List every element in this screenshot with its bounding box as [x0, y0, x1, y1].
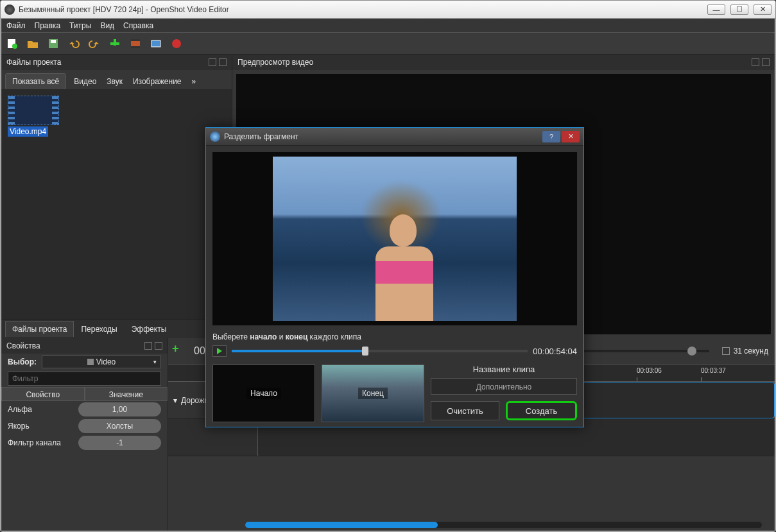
svg-rect-7 [131, 39, 140, 41]
menu-file[interactable]: Файл [6, 21, 26, 30]
svg-point-1 [12, 44, 17, 49]
dialog-seek-slider[interactable] [232, 350, 528, 352]
lower-left-tabs: Файлы проекта Переходы Эффекты [1, 319, 232, 338]
dialog-timecode: 00:00:54:04 [533, 347, 577, 356]
svg-rect-9 [151, 40, 160, 47]
filter-audio-tab[interactable]: Звук [101, 74, 128, 89]
preview-header: Предпросмотр видео [232, 55, 775, 70]
tab-transitions[interactable]: Переходы [74, 321, 124, 338]
start-frame-box[interactable]: Начало [212, 365, 315, 422]
property-row: Альфа1,00 [1, 401, 168, 418]
undock-icon[interactable] [209, 58, 216, 66]
close-panel-icon[interactable] [155, 342, 162, 350]
menu-edit[interactable]: Правка [35, 21, 61, 30]
svg-rect-3 [51, 40, 56, 43]
dialog-title: Разделить фрагмент [224, 132, 542, 141]
properties-header: Свойства [1, 338, 168, 354]
file-filter-tabs: Показать всё Видео Звук Изображение » [1, 70, 232, 89]
filter-image-tab[interactable]: Изображение [128, 74, 187, 89]
snap-checkbox[interactable] [722, 347, 730, 355]
clear-button[interactable]: Очистить [431, 401, 499, 420]
zoom-label: 31 секунд [734, 347, 768, 356]
horizontal-scrollbar[interactable] [245, 522, 762, 528]
profile-icon[interactable] [130, 38, 141, 49]
ruler-tick: 00:03:37 [701, 367, 726, 374]
dialog-titlebar[interactable]: Разделить фрагмент ? ✕ [206, 128, 583, 146]
menu-help[interactable]: Справка [123, 21, 153, 30]
split-clip-dialog: Разделить фрагмент ? ✕ Выберете начало и… [205, 127, 584, 427]
export-icon[interactable] [171, 38, 182, 49]
save-project-icon[interactable] [47, 38, 59, 49]
tab-project-files[interactable]: Файлы проекта [5, 321, 74, 337]
preview-title: Предпросмотр видео [237, 58, 313, 67]
property-row: ЯкорьХолсты [1, 418, 168, 434]
minimize-button[interactable]: — [707, 4, 725, 15]
filter-more[interactable]: » [187, 74, 202, 89]
filter-all-tab[interactable]: Показать всё [5, 73, 66, 90]
selection-label: Выбор: [8, 357, 37, 366]
undo-icon[interactable] [68, 38, 80, 49]
col-value: Значение [85, 387, 168, 401]
close-panel-icon[interactable] [219, 58, 227, 66]
fullscreen-icon[interactable] [150, 38, 162, 49]
file-list[interactable]: Video.mp4 [1, 89, 232, 319]
properties-table: Свойство Значение Альфа1,00 ЯкорьХолсты … [1, 387, 168, 531]
add-track-icon[interactable]: + [172, 342, 179, 356]
project-files-title: Файлы проекта [6, 58, 61, 67]
selection-dropdown[interactable]: Video [42, 356, 161, 368]
svg-rect-8 [131, 46, 140, 48]
col-property: Свойство [1, 387, 85, 401]
create-button[interactable]: Создать [506, 401, 577, 420]
properties-title: Свойства [6, 341, 40, 350]
menu-titles[interactable]: Титры [69, 21, 91, 30]
dialog-play-button[interactable] [212, 345, 227, 357]
dialog-instruction: Выберете начало и конец каждого клипа [212, 332, 577, 341]
titlebar: Безымянный проект [HDV 720 24p] - OpenSh… [1, 1, 775, 19]
filter-video-tab[interactable]: Видео [69, 74, 101, 89]
project-files-header: Файлы проекта [1, 55, 232, 70]
app-icon [4, 4, 15, 15]
maximize-button[interactable]: ☐ [730, 4, 748, 15]
clip-name-input[interactable]: Дополнительно [431, 378, 577, 395]
menu-view[interactable]: Вид [100, 21, 114, 30]
dialog-help-button[interactable]: ? [542, 131, 560, 142]
undock-icon[interactable] [144, 342, 152, 350]
window-title: Безымянный проект [HDV 720 24p] - OpenSh… [19, 5, 707, 14]
menubar: Файл Правка Титры Вид Справка [1, 19, 775, 33]
open-project-icon[interactable] [27, 38, 39, 49]
svg-point-10 [172, 39, 181, 48]
property-row: Фильтр канала-1 [1, 434, 168, 451]
property-filter-input[interactable] [8, 372, 161, 386]
preview-frame [273, 157, 517, 321]
redo-icon[interactable] [89, 38, 100, 49]
clip-name-label: Название клипа [431, 365, 577, 374]
import-icon[interactable] [109, 38, 121, 49]
track-chevron-icon[interactable]: ▾ [173, 396, 177, 405]
toolbar [1, 33, 775, 55]
close-button[interactable]: ✕ [754, 4, 772, 15]
new-project-icon[interactable] [6, 38, 18, 49]
close-panel-icon[interactable] [762, 58, 770, 66]
undock-icon[interactable] [752, 58, 759, 66]
tab-effects[interactable]: Эффекты [125, 321, 174, 338]
file-name[interactable]: Video.mp4 [8, 126, 48, 137]
dialog-close-button[interactable]: ✕ [562, 131, 580, 142]
dialog-preview [212, 152, 577, 325]
ruler-tick: 00:03:06 [637, 367, 662, 374]
file-thumbnail[interactable] [8, 96, 59, 125]
end-frame-box[interactable]: Конец [322, 365, 424, 422]
dialog-app-icon [210, 132, 220, 142]
svg-rect-5 [110, 42, 119, 45]
